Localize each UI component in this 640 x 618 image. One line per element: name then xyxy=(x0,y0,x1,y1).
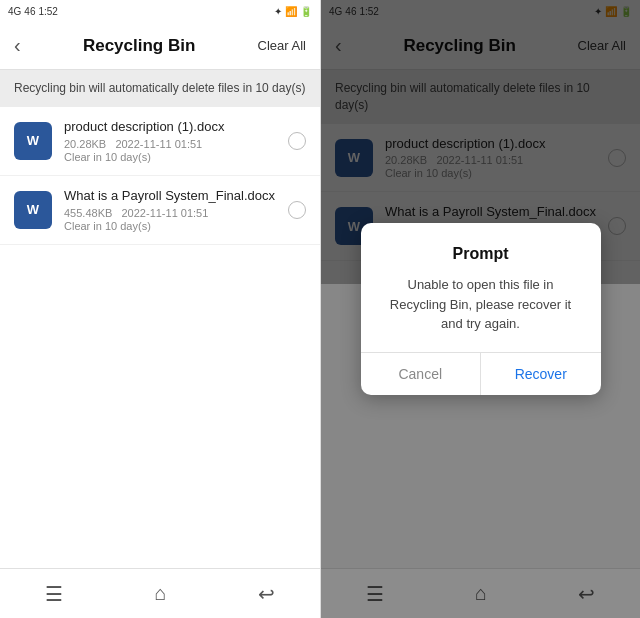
left-file-date-1: 2022-11-11 01:51 xyxy=(122,207,209,219)
dialog-recover-button[interactable]: Recover xyxy=(481,353,601,395)
left-file-name-1: What is a Payroll System_Final.docx xyxy=(64,188,276,205)
dialog-body: Unable to open this file in Recycling Bi… xyxy=(381,275,581,334)
left-file-list: W product description (1).docx 20.28KB 2… xyxy=(0,107,320,568)
left-clear-all-button[interactable]: Clear All xyxy=(258,38,306,53)
left-file-radio-1[interactable] xyxy=(288,201,306,219)
prompt-dialog: Prompt Unable to open this file in Recyc… xyxy=(361,223,601,395)
left-file-info-0: product description (1).docx 20.28KB 202… xyxy=(64,119,276,163)
left-panel: 4G 46 1:52 ✦ 📶 🔋 ‹ Recycling Bin Clear A… xyxy=(0,0,320,618)
dialog-overlay: Prompt Unable to open this file in Recyc… xyxy=(321,0,640,618)
left-file-size-0: 20.28KB xyxy=(64,138,106,150)
left-signal: 46 xyxy=(24,6,35,17)
left-file-size-1: 455.48KB xyxy=(64,207,112,219)
left-home-icon[interactable]: ⌂ xyxy=(154,582,166,605)
left-file-info-1: What is a Payroll System_Final.docx 455.… xyxy=(64,188,276,232)
left-status-left: 4G 46 1:52 xyxy=(8,6,58,17)
left-battery-icon: 🔋 xyxy=(300,6,312,17)
left-nav-bar: ☰ ⌂ ↩ xyxy=(0,568,320,618)
left-time: 1:52 xyxy=(38,6,57,17)
left-page-title: Recycling Bin xyxy=(83,36,195,56)
left-file-icon-1: W xyxy=(14,191,52,229)
right-panel: 4G 46 1:52 ✦ 📶 🔋 ‹ Recycling Bin Clear A… xyxy=(320,0,640,618)
dialog-buttons: Cancel Recover xyxy=(361,352,601,395)
left-file-radio-0[interactable] xyxy=(288,132,306,150)
left-file-item-1[interactable]: W What is a Payroll System_Final.docx 45… xyxy=(0,176,320,245)
left-carrier: 4G xyxy=(8,6,21,17)
left-file-name-0: product description (1).docx xyxy=(64,119,276,136)
left-file-expire-0: Clear in 10 day(s) xyxy=(64,151,276,163)
left-info-banner: Recycling bin will automatically delete … xyxy=(0,70,320,107)
left-file-icon-text-1: W xyxy=(27,202,39,217)
left-file-meta-1: 455.48KB 2022-11-11 01:51 xyxy=(64,207,276,219)
left-back-icon[interactable]: ↩ xyxy=(258,582,275,606)
left-file-date-0: 2022-11-11 01:51 xyxy=(115,138,202,150)
left-status-right: ✦ 📶 🔋 xyxy=(274,6,312,17)
left-bluetooth-icon: ✦ xyxy=(274,6,282,17)
left-header: ‹ Recycling Bin Clear All xyxy=(0,22,320,70)
left-file-icon-text-0: W xyxy=(27,133,39,148)
dialog-cancel-button[interactable]: Cancel xyxy=(361,353,482,395)
left-wifi-icon: 📶 xyxy=(285,6,297,17)
left-status-bar: 4G 46 1:52 ✦ 📶 🔋 xyxy=(0,0,320,22)
left-back-button[interactable]: ‹ xyxy=(14,34,21,57)
left-file-item-0[interactable]: W product description (1).docx 20.28KB 2… xyxy=(0,107,320,176)
left-file-meta-0: 20.28KB 2022-11-11 01:51 xyxy=(64,138,276,150)
left-file-icon-0: W xyxy=(14,122,52,160)
left-menu-icon[interactable]: ☰ xyxy=(45,582,63,606)
dialog-title: Prompt xyxy=(381,245,581,263)
left-file-expire-1: Clear in 10 day(s) xyxy=(64,220,276,232)
